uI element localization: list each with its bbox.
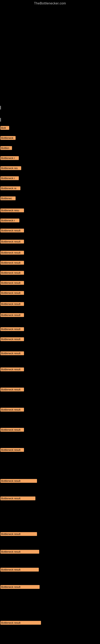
bottleneck-result-33: Bottleneck result — [0, 585, 40, 589]
cursor-2 — [0, 118, 1, 122]
bottleneck-result-22: Bottleneck result — [0, 352, 24, 355]
bottleneck-result-10: Bottleneck r — [0, 218, 19, 222]
bottleneck-result-28: Bottleneck result — [0, 479, 37, 483]
bottleneck-result-2: Bottleneck — [0, 136, 16, 140]
bottleneck-result-5: Bottleneck res — [0, 166, 21, 170]
bottleneck-result-14: Bottleneck result — [0, 261, 24, 265]
bottleneck-result-6: Bottleneck r — [0, 176, 19, 180]
bottleneck-result-12: Bottleneck result — [0, 240, 24, 244]
bottleneck-result-4: Bottleneck r — [0, 156, 19, 160]
bottleneck-result-16: Bottleneck result — [0, 281, 24, 285]
bottleneck-result-18: Bottleneck result — [0, 302, 24, 306]
bottleneck-result-20: Bottleneck result — [0, 327, 24, 331]
bottleneck-result-32: Bottleneck result — [0, 568, 39, 572]
bottleneck-result-15: Bottleneck result — [0, 271, 24, 275]
bottleneck-result-30: Bottleneck result — [0, 532, 37, 536]
bottleneck-result-3: Bottlen — [0, 146, 12, 150]
bottleneck-result-31: Bottleneck result — [0, 550, 39, 554]
bottleneck-result-17: Bottleneck result — [0, 291, 24, 295]
bottleneck-result-23: Bottleneck result — [0, 368, 24, 371]
bottleneck-result-27: Bottleneck result — [0, 448, 24, 452]
bottleneck-result-11: Bottleneck result — [0, 228, 24, 232]
cursor-1 — [0, 106, 1, 110]
bottleneck-result-8: Bottlenec — [0, 196, 16, 200]
bottleneck-result-26: Bottleneck result — [0, 428, 24, 432]
bottleneck-result-9: Bottleneck resu — [0, 208, 24, 212]
site-title: TheBottlenecker.com — [0, 0, 100, 5]
bottleneck-result-7: Bottleneck re — [0, 186, 20, 190]
bottleneck-result-29: Bottleneck result — [0, 496, 35, 500]
bottleneck-result-24: Bottleneck result — [0, 388, 24, 392]
bottleneck-result-34: Bottleneck result — [0, 621, 41, 625]
bottleneck-result-21: Bottleneck result — [0, 337, 24, 341]
bottleneck-result-19: Bottleneck result — [0, 313, 24, 317]
bottleneck-result-13: Bottleneck result — [0, 251, 24, 254]
bottleneck-result-1: Bott — [0, 126, 9, 130]
bottleneck-result-25: Bottleneck result — [0, 408, 24, 412]
